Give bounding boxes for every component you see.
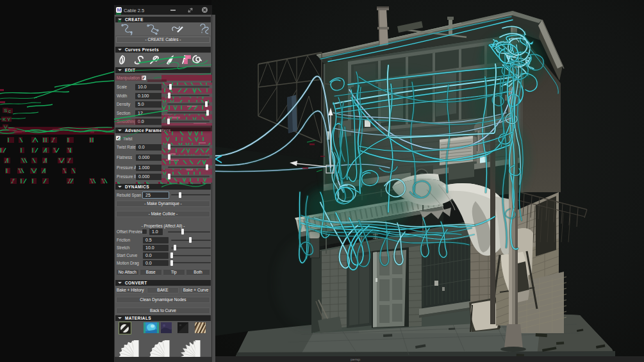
svg-text:S: S <box>4 108 7 113</box>
svg-text:Y: Y <box>7 117 11 122</box>
svg-text:V: V <box>4 124 8 130</box>
svg-text:c: c <box>8 108 11 114</box>
